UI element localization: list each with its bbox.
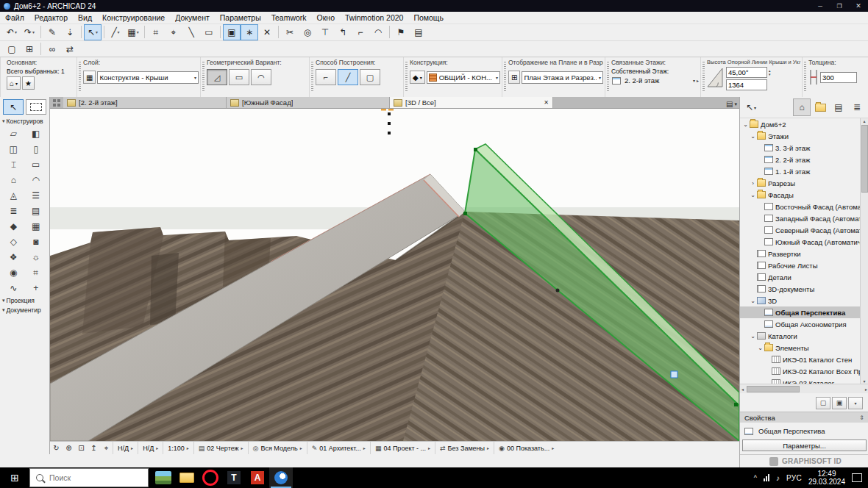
tree-item[interactable]: ИКЭ-01 Каталог Стен bbox=[740, 354, 861, 365]
geometry-single-plane-button[interactable]: ◿ bbox=[207, 69, 227, 85]
scale-chip[interactable]: 1:100▸ bbox=[163, 442, 193, 454]
tree-item[interactable]: Западный Фасад (Автоматич bbox=[740, 212, 861, 224]
roof-tool[interactable]: ⌂ bbox=[2, 172, 25, 187]
tree-item[interactable]: ИКЭ-02 Каталог Всех Проем bbox=[740, 365, 861, 377]
language-indicator[interactable]: РУС bbox=[786, 474, 802, 482]
favorites-icon[interactable]: ▢ bbox=[3, 41, 21, 57]
layer-combo[interactable]: Конструктив - Крыши ▾ bbox=[97, 71, 199, 84]
look-to-icon[interactable]: ⌖ bbox=[100, 442, 113, 454]
suspend-groups-icon[interactable]: ▣ bbox=[223, 24, 241, 40]
selection-handle[interactable] bbox=[474, 148, 477, 151]
snap-points-icon[interactable]: ▭ bbox=[200, 24, 218, 40]
menu-item-9[interactable]: Twinmotion 2020 bbox=[340, 13, 408, 22]
hotlink-icon[interactable]: ∞ bbox=[43, 41, 61, 57]
edge-node[interactable] bbox=[556, 289, 560, 293]
tab-overview-icon[interactable] bbox=[50, 97, 63, 108]
scroll-up-icon[interactable]: ▴ bbox=[863, 118, 865, 123]
marquee-tool[interactable] bbox=[26, 99, 46, 115]
view-settings-button[interactable]: Параметры... bbox=[742, 439, 867, 451]
object-tool[interactable]: ❖ bbox=[2, 249, 25, 265]
menu-item-6[interactable]: Параметры bbox=[215, 13, 266, 22]
menu-item-5[interactable]: Документ bbox=[170, 13, 215, 22]
tree-item[interactable]: Общая Перспектива bbox=[740, 306, 861, 318]
tree-item[interactable]: Рабочие Листы bbox=[740, 259, 861, 271]
tree-item[interactable]: Детали bbox=[740, 271, 861, 283]
clock[interactable]: 12:49 29.03.2024 bbox=[808, 470, 845, 486]
archicad-a-icon[interactable]: A bbox=[246, 467, 269, 488]
floor-plan-display-combo[interactable]: План Этажа и Разрез... ▾ bbox=[522, 71, 603, 84]
tree-item[interactable]: 3. 3-й этаж bbox=[740, 142, 861, 154]
opera-icon[interactable] bbox=[199, 467, 222, 488]
tree-item[interactable]: ⌄Дом6+2 bbox=[740, 118, 861, 130]
paste-settings-icon[interactable]: ▣ bbox=[832, 397, 847, 409]
mesh-tool[interactable]: ▦ bbox=[25, 218, 48, 234]
geometry-dome-button[interactable]: ◠ bbox=[251, 69, 271, 85]
toolbox-section-projection[interactable]: ▾ Проекция bbox=[0, 295, 49, 305]
tree-item[interactable]: Южный Фасад (Автоматическ bbox=[740, 236, 861, 248]
tree-item[interactable]: ⌄Каталоги bbox=[740, 330, 861, 342]
partial-structure-chip[interactable]: ◎Вся Модель▸ bbox=[248, 442, 307, 454]
fillet-icon[interactable]: ◠ bbox=[369, 24, 387, 40]
orbit-icon[interactable]: ↻ bbox=[50, 442, 63, 454]
chevron-down-icon[interactable]: ▾ bbox=[734, 101, 737, 107]
inject-parameters-icon[interactable]: ⇣ bbox=[61, 24, 79, 40]
adjust-icon[interactable]: ↰ bbox=[334, 24, 352, 40]
view-tab-1[interactable]: [2. 2-й этаж] bbox=[63, 97, 227, 108]
zone-tool[interactable]: ◇ bbox=[2, 234, 25, 249]
shell-tool[interactable]: ◠ bbox=[25, 172, 48, 187]
view-tab-2[interactable]: [Южный Фасад] bbox=[227, 97, 390, 108]
view-map-icon[interactable] bbox=[811, 98, 829, 116]
toolbox-section-document[interactable]: ▾ Документир bbox=[0, 305, 49, 315]
tree-item[interactable]: Развертки bbox=[740, 248, 861, 259]
tree-expander-icon[interactable]: › bbox=[750, 180, 756, 187]
tree-item[interactable]: Общая Аксонометрия bbox=[740, 318, 861, 330]
tabbar-layout-menu-icon[interactable]: ▤ bbox=[726, 100, 733, 108]
layer-combination-chip[interactable]: ✎01 Архитект...▸ bbox=[307, 442, 370, 454]
tree-expander-icon[interactable]: ⌄ bbox=[750, 333, 756, 340]
split-icon[interactable]: ✂ bbox=[281, 24, 299, 40]
undo-icon[interactable]: ↶▾ bbox=[3, 24, 21, 40]
selection-handle[interactable] bbox=[463, 212, 467, 215]
grid-snap-icon[interactable]: ⌗ bbox=[147, 24, 165, 40]
intersect-icon[interactable]: ⌐ bbox=[352, 24, 369, 40]
view-tab-3[interactable]: [3D / Все]✕ bbox=[390, 97, 553, 108]
favorites-button[interactable]: ★ bbox=[22, 76, 35, 90]
resize-icon[interactable]: ⇕ bbox=[859, 415, 864, 421]
organizer-icon[interactable]: ⊞ bbox=[21, 41, 38, 57]
tree-item[interactable]: ›Разрезы bbox=[740, 177, 861, 189]
column-tool[interactable]: ▯ bbox=[25, 141, 48, 157]
project-map-icon[interactable]: ⌂ bbox=[793, 98, 811, 116]
tree-expander-icon[interactable]: ⌄ bbox=[750, 298, 756, 304]
tree-vertical-scrollbar[interactable]: ▴ ▾ bbox=[860, 118, 868, 384]
menu-item-1[interactable]: Файл bbox=[0, 13, 29, 22]
layout-book-icon[interactable]: ▤ bbox=[830, 98, 847, 116]
grid-element-tool[interactable]: ⌗ bbox=[25, 265, 48, 280]
action-center-icon[interactable] bbox=[852, 473, 862, 482]
volume-icon[interactable]: ♪ bbox=[776, 474, 780, 482]
method-corner-button[interactable]: ⌐ bbox=[316, 69, 336, 85]
tree-horizontal-scrollbar[interactable]: ◂ ▸ bbox=[740, 384, 868, 393]
tree-item[interactable]: ⌄Фасады bbox=[740, 189, 861, 201]
start-button[interactable]: ⊞ bbox=[0, 467, 29, 488]
camera-tool[interactable]: ◉ bbox=[2, 265, 25, 280]
fit-in-window-icon[interactable]: ⊡ bbox=[75, 442, 88, 454]
opening-tool[interactable]: ◙ bbox=[25, 234, 48, 249]
spline-tool[interactable]: ∿ bbox=[2, 280, 25, 295]
tree-item[interactable]: ⌄3D bbox=[740, 295, 861, 306]
taskbar-search[interactable] bbox=[29, 468, 149, 487]
display-mode-icon[interactable]: ⊞ bbox=[508, 71, 520, 84]
line-tool-icon[interactable]: ╱▾ bbox=[107, 24, 124, 40]
morph-tool[interactable]: ◆ bbox=[2, 218, 25, 234]
tree-expander-icon[interactable]: ⌄ bbox=[742, 121, 749, 128]
tree-item[interactable]: Восточный Фасад (Автоматич bbox=[740, 201, 861, 212]
graphisoft-id-bar[interactable]: GRAPHISOFT ID bbox=[740, 454, 868, 467]
magic-wand-icon[interactable]: ∗ bbox=[241, 24, 258, 40]
arrow-tool[interactable]: ↖ bbox=[3, 99, 24, 115]
graphic-override-chip[interactable]: ⇄Без Замены▸ bbox=[435, 442, 494, 454]
trim-icon[interactable]: ⊤ bbox=[316, 24, 334, 40]
lamp-tool[interactable]: ☼ bbox=[25, 249, 48, 265]
scroll-down-icon[interactable]: ▾ bbox=[863, 378, 865, 384]
tree-expander-icon[interactable]: ⌄ bbox=[750, 192, 756, 198]
arrow-tool-icon[interactable]: ↖▾ bbox=[84, 24, 102, 40]
door-tool[interactable]: ◧ bbox=[25, 126, 48, 141]
